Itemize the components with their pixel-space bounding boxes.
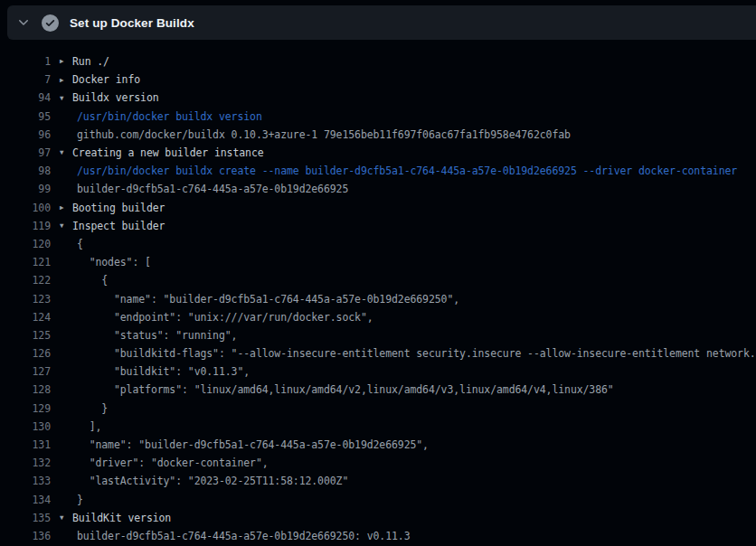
log-group-row[interactable]: 119▼Inspect builder — [0, 217, 756, 235]
log-line: 98/usr/bin/docker buildx create --name b… — [0, 162, 756, 180]
check-circle-icon — [42, 14, 59, 32]
line-number[interactable]: 122 — [0, 274, 51, 287]
line-number[interactable]: 100 — [0, 202, 51, 214]
line-number[interactable]: 119 — [0, 220, 51, 232]
output-text: "platforms": "linux/amd64,linux/amd64/v2… — [51, 383, 614, 396]
line-number[interactable]: 7 — [0, 73, 51, 86]
line-number[interactable]: 126 — [0, 347, 51, 360]
log-line: 131 "name": "builder-d9cfb5a1-c764-445a-… — [0, 436, 756, 454]
log-line: 133 "lastActivity": "2023-02-25T11:58:12… — [0, 472, 756, 490]
log-line: 129 } — [0, 400, 756, 418]
output-text: builder-d9cfb5a1-c764-445a-a57e-0b19d2e6… — [51, 530, 410, 542]
log-line: 132 "driver": "docker-container", — [0, 454, 756, 472]
output-text: { — [51, 274, 108, 287]
triangle-right-icon: ▶ — [60, 58, 72, 65]
log-group-row[interactable]: 135▼BuildKit version — [0, 509, 756, 527]
log-line: 127 "buildkit": "v0.11.3", — [0, 362, 756, 381]
triangle-down-icon: ▼ — [60, 222, 72, 230]
log-line: 136builder-d9cfb5a1-c764-445a-a57e-0b19d… — [0, 527, 756, 545]
triangle-right-icon: ▶ — [60, 204, 72, 212]
log-line: 134} — [0, 491, 756, 509]
group-label: Buildx version — [72, 91, 159, 104]
line-number[interactable]: 96 — [0, 128, 51, 141]
line-number[interactable]: 132 — [0, 457, 51, 469]
command-text: /usr/bin/docker buildx create --name bui… — [51, 165, 737, 177]
log-group-row[interactable]: 100▶Booting builder — [0, 199, 756, 217]
line-number[interactable]: 133 — [0, 475, 51, 487]
output-text: { — [51, 238, 83, 250]
log-line: 126 "buildkitd-flags": "--allow-insecure… — [0, 344, 756, 362]
line-number[interactable]: 130 — [0, 420, 51, 433]
line-number[interactable]: 131 — [0, 438, 51, 451]
output-text: "buildkitd-flags": "--allow-insecure-ent… — [51, 347, 756, 360]
line-number[interactable]: 135 — [0, 512, 51, 524]
log-group-row[interactable]: 7▶Docker info — [0, 71, 756, 89]
output-text: "buildkit": "v0.11.3", — [51, 365, 250, 378]
line-number[interactable]: 134 — [0, 494, 51, 506]
log-line: 125 "status": "running", — [0, 326, 756, 344]
group-label: BuildKit version — [72, 512, 171, 524]
line-number[interactable]: 124 — [0, 311, 51, 324]
output-text: ], — [51, 420, 101, 433]
log-line: 95/usr/bin/docker buildx version — [0, 108, 756, 126]
triangle-down-icon: ▼ — [60, 514, 72, 522]
log-group-row[interactable]: 94▼Buildx version — [0, 89, 756, 107]
output-text: "nodes": [ — [51, 256, 151, 268]
line-number[interactable]: 127 — [0, 365, 51, 378]
group-label: Inspect builder — [72, 220, 165, 232]
log-line: 120{ — [0, 235, 756, 253]
output-text: "status": "running", — [51, 329, 237, 342]
log-area: 1▶Run ./7▶Docker info94▼Buildx version95… — [0, 52, 756, 545]
output-text: github.com/docker/buildx 0.10.3+azure-1 … — [51, 128, 571, 141]
log-group-row[interactable]: 1▶Run ./ — [0, 52, 756, 71]
step-header[interactable]: Set up Docker Buildx — [7, 5, 756, 40]
output-text: "name": "builder-d9cfb5a1-c764-445a-a57e… — [51, 438, 429, 451]
line-number[interactable]: 94 — [0, 91, 51, 104]
log-line: 122 { — [0, 271, 756, 289]
line-number[interactable]: 95 — [0, 110, 51, 123]
triangle-down-icon: ▼ — [60, 95, 72, 102]
log-line: 124 "endpoint": "unix:///var/run/docker.… — [0, 308, 756, 326]
line-number[interactable]: 120 — [0, 238, 51, 250]
line-number[interactable]: 136 — [0, 530, 51, 542]
line-number[interactable]: 99 — [0, 183, 51, 195]
line-number[interactable]: 97 — [0, 146, 51, 159]
group-label: Docker info — [72, 73, 140, 86]
log-line: 128 "platforms": "linux/amd64,linux/amd6… — [0, 381, 756, 399]
log-line: 130 ], — [0, 418, 756, 436]
line-number[interactable]: 125 — [0, 329, 51, 342]
group-label: Booting builder — [72, 202, 165, 214]
output-text: } — [51, 402, 108, 415]
group-label: Creating a new builder instance — [72, 146, 264, 159]
line-number[interactable]: 129 — [0, 402, 51, 415]
output-text: "lastActivity": "2023-02-25T11:58:12.000… — [51, 475, 348, 487]
output-text: "endpoint": "unix:///var/run/docker.sock… — [51, 311, 373, 324]
output-text: builder-d9cfb5a1-c764-445a-a57e-0b19d2e6… — [51, 183, 348, 195]
step-title: Set up Docker Buildx — [70, 16, 194, 30]
log-line: 96github.com/docker/buildx 0.10.3+azure-… — [0, 126, 756, 144]
log-group-row[interactable]: 97▼Creating a new builder instance — [0, 144, 756, 162]
line-number[interactable]: 128 — [0, 383, 51, 396]
output-text: "name": "builder-d9cfb5a1-c764-445a-a57e… — [51, 293, 459, 306]
triangle-down-icon: ▼ — [60, 149, 72, 156]
log-line: 121 "nodes": [ — [0, 253, 756, 271]
log-line: 123 "name": "builder-d9cfb5a1-c764-445a-… — [0, 289, 756, 307]
line-number[interactable]: 123 — [0, 293, 51, 306]
line-number[interactable]: 121 — [0, 256, 51, 268]
output-text: "driver": "docker-container", — [51, 457, 269, 469]
command-text: /usr/bin/docker buildx version — [51, 110, 262, 123]
chevron-down-icon[interactable] — [16, 15, 31, 30]
line-number[interactable]: 1 — [0, 55, 51, 68]
triangle-right-icon: ▶ — [60, 77, 72, 84]
group-label: Run ./ — [72, 55, 109, 68]
output-text: } — [51, 494, 83, 506]
line-number[interactable]: 98 — [0, 165, 51, 177]
log-line: 99builder-d9cfb5a1-c764-445a-a57e-0b19d2… — [0, 180, 756, 198]
